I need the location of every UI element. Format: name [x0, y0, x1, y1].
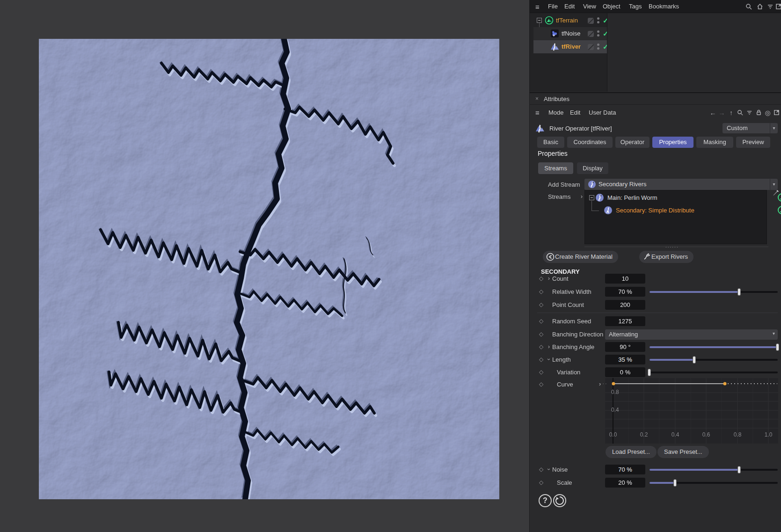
- search-icon[interactable]: [745, 3, 752, 10]
- viewport-3d[interactable]: [0, 0, 529, 532]
- edit-menu[interactable]: Edit: [570, 109, 580, 116]
- chevron-down-icon[interactable]: ›: [546, 357, 552, 362]
- chevron-down-icon[interactable]: ▾: [770, 179, 778, 190]
- curve-editor[interactable]: [605, 378, 778, 444]
- chevron-down-icon[interactable]: ▾: [770, 123, 778, 133]
- banching-angle-slider[interactable]: [650, 346, 778, 348]
- terrain-render[interactable]: [39, 39, 499, 499]
- tab-basic[interactable]: Basic: [537, 137, 564, 148]
- scale-slider[interactable]: [650, 482, 778, 484]
- menu-tags[interactable]: Tags: [629, 3, 642, 10]
- tfriver-icon[interactable]: [550, 42, 559, 51]
- menu-object[interactable]: Object: [603, 3, 620, 10]
- noise-field[interactable]: 70 %: [605, 465, 645, 474]
- help-button[interactable]: ?: [539, 494, 552, 507]
- search-icon[interactable]: [736, 109, 744, 117]
- back-arrow-icon[interactable]: ←: [709, 109, 717, 117]
- load-preset-button[interactable]: Load Preset...: [606, 446, 657, 458]
- preset-dropdown[interactable]: Custom ▾: [723, 123, 778, 133]
- relative-width-slider[interactable]: [650, 291, 778, 293]
- filter-icon[interactable]: [766, 3, 774, 10]
- target-icon[interactable]: ◎: [764, 109, 772, 117]
- tree-label-tfnoise[interactable]: tfNoise: [562, 30, 580, 37]
- popout-window-icon[interactable]: [773, 109, 781, 117]
- chevron-right-icon[interactable]: ›: [547, 343, 551, 350]
- save-preset-button[interactable]: Save Preset...: [657, 446, 709, 458]
- menu-edit[interactable]: Edit: [564, 3, 575, 10]
- count-field[interactable]: 10: [605, 274, 645, 284]
- tab-coordinates[interactable]: Coordinates: [567, 137, 613, 148]
- stream-item-main[interactable]: Main: Perlin Worm: [607, 194, 657, 201]
- stream-item-secondary[interactable]: Secondary: Simple Distribute: [616, 207, 694, 214]
- point-count-field[interactable]: 200: [605, 300, 645, 310]
- keyframe-diamond-icon[interactable]: ◇: [539, 466, 543, 473]
- visibility-dots-icon[interactable]: [597, 17, 600, 24]
- subtab-display[interactable]: Display: [577, 162, 608, 174]
- menu-view[interactable]: View: [583, 3, 596, 10]
- reset-button[interactable]: [553, 494, 566, 507]
- variation-slider[interactable]: [650, 372, 778, 373]
- chevron-down-icon[interactable]: ›: [546, 467, 552, 472]
- visibility-dots-icon[interactable]: [597, 43, 600, 51]
- chevron-right-icon[interactable]: ›: [547, 275, 551, 282]
- object-manager-splitter[interactable]: [607, 13, 607, 92]
- keyframe-diamond-icon[interactable]: ◇: [539, 369, 543, 375]
- close-icon[interactable]: ×: [535, 95, 539, 102]
- menu-file[interactable]: File: [548, 3, 558, 10]
- length-slider[interactable]: [650, 359, 778, 361]
- tab-properties[interactable]: Properties: [652, 137, 693, 148]
- relative-width-field[interactable]: 70 %: [605, 287, 645, 297]
- tree-row-tfnoise[interactable]: + tfNoise ✓: [533, 27, 607, 40]
- up-arrow-icon[interactable]: ↑: [727, 109, 735, 117]
- scale-field[interactable]: 20 %: [605, 478, 645, 488]
- home-icon[interactable]: [756, 3, 764, 10]
- collapse-icon[interactable]: [537, 18, 542, 23]
- streams-tree[interactable]: Main: Perlin Worm ✓ Secondary: Simple Di…: [584, 190, 767, 244]
- chevron-down-icon[interactable]: ▾: [773, 331, 775, 336]
- eyedropper-icon[interactable]: [772, 189, 780, 197]
- editor-toggle-icon[interactable]: [588, 44, 594, 50]
- subtab-streams[interactable]: Streams: [538, 162, 573, 174]
- lock-icon[interactable]: [755, 109, 763, 117]
- tfterrain-icon[interactable]: [545, 16, 554, 25]
- tab-operator[interactable]: Operator: [615, 137, 650, 148]
- tree-row-tfterrain[interactable]: tfTerrain ✓: [533, 14, 607, 27]
- keyframe-diamond-icon[interactable]: ◇: [539, 343, 543, 350]
- tree-row-tfriver[interactable]: tfRiver ✓: [533, 40, 607, 53]
- stream-enabled-check-icon[interactable]: ✓: [778, 206, 781, 214]
- tab-preview[interactable]: Preview: [736, 137, 770, 148]
- length-field[interactable]: 35 %: [605, 355, 645, 364]
- filter-icon[interactable]: [745, 109, 753, 117]
- keyframe-diamond-icon[interactable]: ◇: [539, 288, 543, 295]
- banching-direction-dropdown[interactable]: Alternating ▾: [605, 329, 778, 340]
- visibility-dots-icon[interactable]: [597, 30, 600, 37]
- add-stream-dropdown[interactable]: Secondary Rivers ▾: [584, 179, 778, 190]
- tree-label-tfriver[interactable]: tfRiver: [562, 43, 581, 50]
- collapse-icon[interactable]: [589, 195, 594, 200]
- keyframe-diamond-icon[interactable]: ◇: [539, 381, 543, 387]
- menu-bookmarks[interactable]: Bookmarks: [649, 3, 679, 10]
- editor-toggle-icon[interactable]: [588, 18, 594, 24]
- mode-menu[interactable]: Mode: [548, 109, 564, 116]
- create-river-material-button[interactable]: Create River Material: [543, 251, 618, 263]
- tab-masking[interactable]: Masking: [696, 137, 733, 148]
- variation-field[interactable]: 0 %: [605, 367, 645, 377]
- forward-arrow-icon[interactable]: →: [718, 109, 726, 117]
- tfnoise-icon[interactable]: +: [550, 29, 559, 38]
- popout-window-icon[interactable]: [775, 3, 781, 10]
- editor-toggle-icon[interactable]: [588, 31, 594, 37]
- keyframe-diamond-icon[interactable]: ◇: [539, 331, 543, 337]
- chevron-right-icon[interactable]: ›: [579, 193, 584, 200]
- keyframe-diamond-icon[interactable]: ◇: [539, 318, 543, 324]
- keyframe-diamond-icon[interactable]: ◇: [539, 479, 543, 486]
- keyframe-diamond-icon[interactable]: ◇: [539, 301, 543, 308]
- noise-slider[interactable]: [650, 469, 778, 471]
- hamburger-menu-icon[interactable]: ≡: [535, 109, 540, 117]
- hamburger-menu-icon[interactable]: ≡: [535, 3, 540, 11]
- keyframe-diamond-icon[interactable]: ◇: [539, 275, 543, 282]
- tree-label-tfterrain[interactable]: tfTerrain: [556, 17, 578, 24]
- export-rivers-button[interactable]: Export Rivers: [639, 251, 693, 263]
- resize-grip-dots[interactable]: ......: [665, 243, 679, 248]
- keyframe-diamond-icon[interactable]: ◇: [539, 356, 543, 363]
- banching-angle-field[interactable]: 90 °: [605, 342, 645, 352]
